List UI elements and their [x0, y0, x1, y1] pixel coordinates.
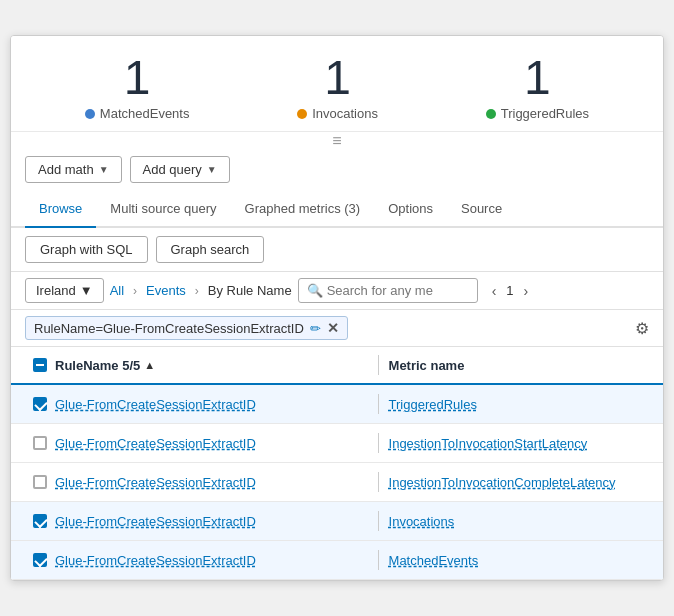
triggered-rules-dot	[486, 109, 496, 119]
column-divider	[378, 355, 379, 375]
search-box[interactable]: 🔍	[298, 278, 478, 303]
stats-section: 1 MatchedEvents 1 Invocations 1 Triggere…	[11, 36, 663, 132]
tab-multi-source[interactable]: Multi source query	[96, 191, 230, 228]
search-icon: 🔍	[307, 283, 323, 298]
region-dropdown-arrow-icon: ▼	[80, 283, 93, 298]
select-all-checkbox[interactable]	[33, 358, 47, 372]
main-container: 1 MatchedEvents 1 Invocations 1 Triggere…	[10, 35, 664, 581]
tab-options[interactable]: Options	[374, 191, 447, 228]
row5-metric[interactable]: MatchedEvents	[389, 553, 649, 568]
table-header: RuleName 5/5 ▲ Metric name	[11, 347, 663, 385]
next-page-button[interactable]: ›	[520, 281, 533, 301]
th-rulename: RuleName 5/5 ▲	[55, 358, 368, 373]
breadcrumb-arrow2: ›	[195, 284, 199, 298]
matched-events-label: MatchedEvents	[85, 106, 190, 121]
row2-check-cell[interactable]	[25, 436, 55, 450]
subtab-graph-search[interactable]: Graph search	[156, 236, 265, 263]
invocations-value: 1	[324, 54, 351, 102]
th-metric: Metric name	[389, 358, 649, 373]
filter-bar: Ireland ▼ All › Events › By Rule Name 🔍 …	[11, 272, 663, 310]
region-dropdown[interactable]: Ireland ▼	[25, 278, 104, 303]
invocations-stat: 1 Invocations	[297, 54, 378, 121]
row5-checkbox[interactable]	[33, 553, 47, 567]
breadcrumb-events[interactable]: Events	[146, 283, 186, 298]
row2-metric[interactable]: IngestionToInvocationStartLatency	[389, 436, 649, 451]
matched-events-value: 1	[124, 54, 151, 102]
row2-rulename[interactable]: Glue-FromCreateSessionExtractID	[55, 436, 368, 451]
prev-page-button[interactable]: ‹	[488, 281, 501, 301]
row5-rulename[interactable]: Glue-FromCreateSessionExtractID	[55, 553, 368, 568]
row3-metric[interactable]: IngestionToInvocationCompleteLatency	[389, 475, 649, 490]
row1-rulename[interactable]: Glue-FromCreateSessionExtractID	[55, 397, 368, 412]
tab-source[interactable]: Source	[447, 191, 516, 228]
add-math-button[interactable]: Add math ▼	[25, 156, 122, 183]
row1-metric[interactable]: TriggeredRules	[389, 397, 649, 412]
row3-check-cell[interactable]	[25, 475, 55, 489]
table-row: Glue-FromCreateSessionExtractID Triggere…	[11, 385, 663, 424]
page-number: 1	[506, 283, 513, 298]
table-row: Glue-FromCreateSessionExtractID Ingestio…	[11, 463, 663, 502]
sub-tabs-section: Graph with SQL Graph search	[11, 228, 663, 272]
row2-checkbox[interactable]	[33, 436, 47, 450]
subtab-graph-sql[interactable]: Graph with SQL	[25, 236, 148, 263]
row4-check-cell[interactable]	[25, 514, 55, 528]
breadcrumb-all[interactable]: All	[110, 283, 124, 298]
active-filter-bar: RuleName=Glue-FromCreateSessionExtractID…	[11, 310, 663, 347]
tab-graphed-metrics[interactable]: Graphed metrics (3)	[231, 191, 375, 228]
tab-browse[interactable]: Browse	[25, 191, 96, 228]
table-row: Glue-FromCreateSessionExtractID Invocati…	[11, 502, 663, 541]
row3-checkbox[interactable]	[33, 475, 47, 489]
row4-checkbox[interactable]	[33, 514, 47, 528]
triggered-rules-value: 1	[524, 54, 551, 102]
table-row: Glue-FromCreateSessionExtractID Ingestio…	[11, 424, 663, 463]
row4-metric[interactable]: Invocations	[389, 514, 649, 529]
row1-checkbox[interactable]	[33, 397, 47, 411]
invocations-dot	[297, 109, 307, 119]
row4-rulename[interactable]: Glue-FromCreateSessionExtractID	[55, 514, 368, 529]
add-math-arrow-icon: ▼	[99, 164, 109, 175]
table-section: RuleName 5/5 ▲ Metric name Glue-FromCrea…	[11, 347, 663, 580]
breadcrumb-by-rule-name: By Rule Name	[208, 283, 292, 298]
filter-close-icon[interactable]: ✕	[327, 320, 339, 336]
row5-check-cell[interactable]	[25, 553, 55, 567]
add-query-button[interactable]: Add query ▼	[130, 156, 230, 183]
add-query-arrow-icon: ▼	[207, 164, 217, 175]
sort-icon[interactable]: ▲	[144, 359, 155, 371]
filter-tag-text: RuleName=Glue-FromCreateSessionExtractID	[34, 321, 304, 336]
triggered-rules-stat: 1 TriggeredRules	[486, 54, 589, 121]
row1-check-cell[interactable]	[25, 397, 55, 411]
settings-gear-icon[interactable]: ⚙	[635, 319, 649, 338]
breadcrumb-arrow1: ›	[133, 284, 137, 298]
select-all-cell[interactable]	[25, 358, 55, 372]
search-input[interactable]	[327, 283, 469, 298]
drag-handle: ≡	[11, 132, 663, 150]
filter-edit-icon[interactable]: ✏	[310, 321, 321, 336]
pagination: ‹ 1 ›	[488, 281, 533, 301]
main-tabs: Browse Multi source query Graphed metric…	[11, 191, 663, 228]
filter-tag: RuleName=Glue-FromCreateSessionExtractID…	[25, 316, 348, 340]
table-row: Glue-FromCreateSessionExtractID MatchedE…	[11, 541, 663, 580]
triggered-rules-label: TriggeredRules	[486, 106, 589, 121]
toolbar-section: Add math ▼ Add query ▼	[11, 152, 663, 191]
row3-rulename[interactable]: Glue-FromCreateSessionExtractID	[55, 475, 368, 490]
invocations-label: Invocations	[297, 106, 378, 121]
matched-events-dot	[85, 109, 95, 119]
matched-events-stat: 1 MatchedEvents	[85, 54, 190, 121]
